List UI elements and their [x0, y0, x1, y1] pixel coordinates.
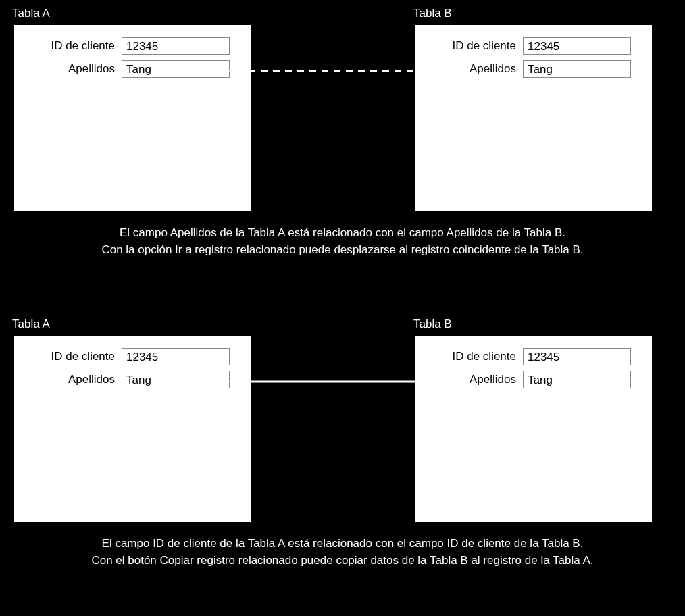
- last-field[interactable]: Tang: [523, 371, 631, 388]
- id-label: ID de cliente: [422, 350, 523, 363]
- id-label: ID de cliente: [422, 39, 523, 53]
- last-label: Apellidos: [422, 62, 523, 76]
- field-row: Apellidos Tang: [20, 60, 236, 78]
- panel-table-a-bottom: ID de cliente 12345 Apellidos Tang: [12, 334, 252, 523]
- panel-content: ID de cliente 12345 Apellidos Tang: [14, 336, 251, 406]
- field-row: ID de cliente 12345: [20, 37, 236, 55]
- panel-table-b-bottom: ID de cliente 12345 Apellidos Tang: [413, 334, 653, 523]
- field-row: ID de cliente 12345: [20, 348, 236, 365]
- field-row: ID de cliente 12345: [422, 37, 637, 55]
- id-field[interactable]: 12345: [523, 37, 631, 55]
- last-label: Apellidos: [20, 62, 122, 76]
- last-label: Apellidos: [422, 373, 523, 386]
- panel-title: Tabla B: [413, 7, 452, 20]
- panel-title: Tabla A: [12, 317, 50, 331]
- panel-table-b-top: ID de cliente 12345 Apellidos Tang: [413, 24, 653, 213]
- id-field[interactable]: 12345: [122, 348, 230, 365]
- panel-content: ID de cliente 12345 Apellidos Tang: [415, 336, 652, 406]
- id-label: ID de cliente: [20, 39, 122, 53]
- caption-button-top: Con la opción Ir a registro relacionado …: [0, 243, 685, 257]
- last-field[interactable]: Tang: [523, 60, 631, 78]
- panel-table-a-top: ID de cliente 12345 Apellidos Tang: [12, 24, 252, 213]
- field-row: ID de cliente 12345: [422, 348, 637, 365]
- field-row: Apellidos Tang: [20, 371, 236, 388]
- caption-relation-bottom: El campo ID de cliente de la Tabla A est…: [0, 537, 685, 550]
- last-label: Apellidos: [20, 373, 122, 386]
- panel-title: Tabla B: [413, 317, 452, 331]
- panel-title: Tabla A: [12, 7, 50, 20]
- id-field[interactable]: 12345: [122, 37, 230, 55]
- panel-content: ID de cliente 12345 Apellidos Tang: [14, 25, 251, 95]
- field-row: Apellidos Tang: [422, 60, 637, 78]
- caption-relation-top: El campo Apellidos de la Tabla A está re…: [0, 226, 685, 240]
- field-row: Apellidos Tang: [422, 371, 637, 388]
- id-field[interactable]: 12345: [523, 348, 631, 365]
- id-label: ID de cliente: [20, 350, 122, 363]
- diagram-canvas: ID de cliente 12345 Apellidos Tang Tabla…: [0, 0, 685, 616]
- last-field[interactable]: Tang: [122, 60, 230, 78]
- last-field[interactable]: Tang: [122, 371, 230, 388]
- panel-content: ID de cliente 12345 Apellidos Tang: [415, 25, 652, 95]
- caption-button-bottom: Con el botón Copiar registro relacionado…: [0, 554, 685, 567]
